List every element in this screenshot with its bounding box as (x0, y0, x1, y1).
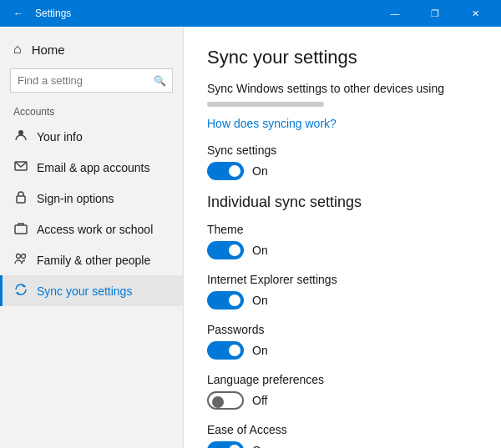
content-area: Sync your settings Sync Windows settings… (184, 27, 501, 448)
ie-toggle[interactable] (207, 291, 244, 310)
window-controls: — ❐ ✕ (376, 0, 494, 27)
email-icon (13, 159, 28, 175)
close-button[interactable]: ✕ (456, 0, 494, 27)
email-label: Email & app accounts (37, 161, 149, 174)
sync-label: Sync your settings (37, 284, 132, 298)
svg-rect-2 (17, 196, 25, 203)
sync-description: Sync Windows settings to other devices u… (207, 82, 478, 95)
search-input[interactable] (10, 68, 173, 93)
passwords-group: Passwords On (207, 323, 478, 360)
ie-state: On (252, 294, 268, 307)
svg-point-0 (18, 130, 23, 135)
svg-point-5 (22, 254, 26, 259)
language-group: Language preferences Off (207, 373, 478, 410)
home-icon: ⌂ (13, 42, 22, 57)
maximize-button[interactable]: ❐ (416, 0, 454, 27)
back-button[interactable]: ← (7, 2, 30, 25)
sidebar: ⌂ Home 🔍 Accounts Your info Email & app … (0, 27, 184, 448)
theme-label: Theme (207, 223, 478, 236)
individual-sync-title: Individual sync settings (207, 194, 478, 211)
passwords-label: Passwords (207, 323, 478, 336)
ease-label: Ease of Access (207, 423, 478, 436)
svg-rect-3 (15, 225, 27, 234)
minimize-button[interactable]: — (376, 0, 414, 27)
svg-point-4 (17, 254, 21, 259)
passwords-state: On (252, 344, 268, 357)
sidebar-item-sync[interactable]: Sync your settings (0, 275, 183, 306)
ease-row: On (207, 441, 478, 448)
family-icon (13, 252, 28, 268)
search-icon: 🔍 (154, 75, 166, 87)
sync-settings-group: Sync settings On (207, 143, 478, 180)
sidebar-item-email[interactable]: Email & app accounts (0, 152, 183, 183)
ease-toggle[interactable] (207, 441, 244, 448)
theme-row: On (207, 241, 478, 259)
ease-group: Ease of Access On (207, 423, 478, 448)
sidebar-item-signin[interactable]: Sign-in options (0, 183, 183, 214)
window-title: Settings (35, 8, 376, 19)
app-body: ⌂ Home 🔍 Accounts Your info Email & app … (0, 27, 501, 448)
ie-row: On (207, 291, 478, 310)
sidebar-item-home[interactable]: ⌂ Home (0, 33, 183, 65)
theme-toggle[interactable] (207, 241, 244, 259)
sync-icon (13, 283, 28, 299)
ie-group: Internet Explorer settings On (207, 273, 478, 310)
sync-settings-row: On (207, 162, 478, 180)
family-label: Family & other people (37, 254, 150, 267)
sidebar-item-work[interactable]: Access work or school (0, 214, 183, 244)
title-bar: ← Settings — ❐ ✕ (0, 0, 501, 27)
signin-icon (13, 190, 28, 206)
language-toggle[interactable] (207, 391, 244, 410)
sidebar-item-your-info[interactable]: Your info (0, 121, 183, 152)
sync-settings-state: On (252, 164, 268, 178)
ie-label: Internet Explorer settings (207, 273, 478, 286)
theme-group: Theme On (207, 223, 478, 259)
home-label: Home (32, 43, 65, 57)
passwords-toggle[interactable] (207, 341, 244, 360)
passwords-row: On (207, 341, 478, 360)
work-label: Access work or school (37, 223, 153, 236)
sync-settings-toggle[interactable] (207, 162, 244, 180)
page-title: Sync your settings (207, 47, 478, 68)
sidebar-section-label: Accounts (0, 99, 183, 121)
how-sync-works-link[interactable]: How does syncing work? (207, 117, 337, 130)
back-icon: ← (13, 8, 23, 19)
language-state: Off (252, 394, 267, 407)
your-info-icon (13, 128, 28, 144)
theme-state: On (252, 244, 268, 257)
search-container: 🔍 (10, 68, 173, 93)
sync-bar (207, 102, 324, 107)
sidebar-item-family[interactable]: Family & other people (0, 244, 183, 275)
language-row: Off (207, 391, 478, 410)
your-info-label: Your info (37, 130, 83, 143)
signin-label: Sign-in options (37, 192, 114, 205)
sync-settings-label: Sync settings (207, 143, 478, 157)
language-label: Language preferences (207, 373, 478, 386)
ease-state: On (252, 444, 268, 448)
work-icon (13, 221, 28, 237)
